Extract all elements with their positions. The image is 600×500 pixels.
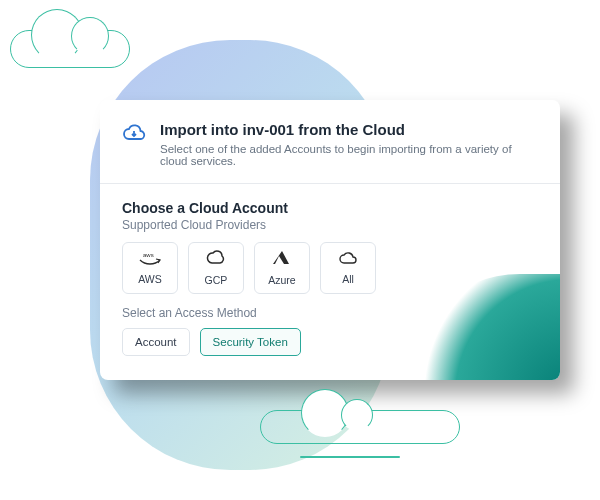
card-subtitle: Select one of the added Accounts to begi… bbox=[160, 143, 538, 167]
import-card: Import into inv-001 from the Cloud Selec… bbox=[100, 100, 560, 380]
provider-tile-gcp[interactable]: GCP bbox=[188, 242, 244, 294]
provider-tile-azure[interactable]: Azure bbox=[254, 242, 310, 294]
section-title: Choose a Cloud Account bbox=[122, 200, 538, 216]
card-header: Import into inv-001 from the Cloud Selec… bbox=[100, 100, 560, 184]
access-method-options: Account Security Token bbox=[122, 328, 538, 356]
provider-tiles: aws AWS GCP Azure bbox=[122, 242, 538, 294]
provider-label: Azure bbox=[268, 274, 295, 286]
provider-label: All bbox=[342, 273, 354, 285]
provider-label: GCP bbox=[205, 274, 228, 286]
access-method-label: Select an Access Method bbox=[122, 306, 538, 320]
card-title: Import into inv-001 from the Cloud bbox=[160, 120, 538, 140]
azure-icon bbox=[273, 250, 291, 270]
illustration-stage: Import into inv-001 from the Cloud Selec… bbox=[0, 0, 600, 500]
decorative-cloud-top bbox=[10, 30, 130, 68]
cloud-download-icon bbox=[122, 122, 146, 167]
providers-label: Supported Cloud Providers bbox=[122, 218, 538, 232]
decorative-cloud-line bbox=[300, 456, 400, 458]
provider-label: AWS bbox=[138, 273, 162, 285]
access-option-account[interactable]: Account bbox=[122, 328, 190, 356]
aws-icon: aws bbox=[139, 251, 161, 269]
provider-tile-aws[interactable]: aws AWS bbox=[122, 242, 178, 294]
decorative-cloud-bottom bbox=[260, 410, 460, 444]
gcp-icon bbox=[206, 250, 226, 270]
access-option-token[interactable]: Security Token bbox=[200, 328, 301, 356]
cloud-icon bbox=[338, 251, 358, 269]
svg-text:aws: aws bbox=[143, 252, 154, 258]
provider-tile-all[interactable]: All bbox=[320, 242, 376, 294]
